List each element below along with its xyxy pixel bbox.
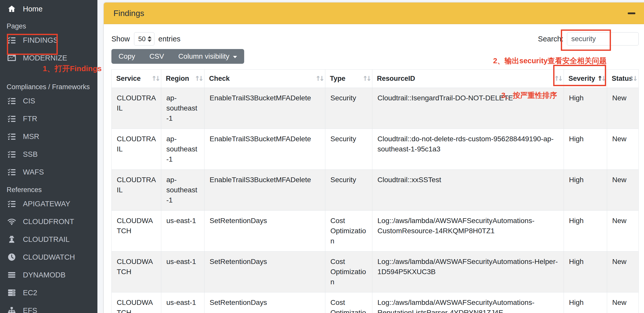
table-row: CLOUDWATCH us-east-1 SetRetentionDays Co… <box>112 252 639 292</box>
sidebar-item-cis[interactable]: CIS <box>4 95 94 107</box>
sort-icon: ↑↓ <box>195 75 202 82</box>
cell-severity: High <box>564 88 607 129</box>
cell-region: ap-southeast-1 <box>161 129 204 170</box>
sidebar-item-efs[interactable]: EFS <box>4 305 94 313</box>
cell-service: CLOUDTRAIL <box>112 129 161 170</box>
entries-label: entries <box>158 35 181 43</box>
sidebar-item-label: EFS <box>23 306 37 313</box>
sidebar-item-cloudtrail[interactable]: CLOUDTRAIL <box>4 233 94 245</box>
table-row: CLOUDTRAIL ap-southeast-1 EnableTrailS3B… <box>112 88 639 129</box>
sidebar-item-ssb[interactable]: SSB <box>4 148 94 160</box>
sort-icon: ↑↓ <box>151 75 159 82</box>
sidebar-item-label: CLOUDTRAIL <box>23 235 70 244</box>
cell-type: Security <box>325 170 372 211</box>
cell-type: Cost Optimization <box>325 252 372 292</box>
sidebar-item-home[interactable]: Home <box>4 3 94 15</box>
table-toolbar: Show 50 entries Search: <box>111 32 639 45</box>
tasks-icon <box>7 36 17 44</box>
sidebar-section-header-compliances: Compliances / Frameworks <box>4 81 94 93</box>
sidebar-item-msr[interactable]: MSR <box>4 131 94 142</box>
cell-resourceid: Log::/aws/lambda/AWSWAFSecurityAutomatio… <box>372 292 564 313</box>
tasks-icon <box>7 97 17 105</box>
cell-status: New <box>607 129 639 170</box>
cell-severity: High <box>564 170 607 211</box>
sidebar-item-label: MSR <box>23 132 39 141</box>
cell-region: us-east-1 <box>161 211 204 252</box>
findings-card-header: Findings <box>104 3 644 24</box>
findings-card: Findings Show 50 entries <box>104 3 644 313</box>
column-header-type[interactable]: Type ↑↓ <box>325 70 372 88</box>
tasks-icon <box>7 150 17 159</box>
page-title: Findings <box>113 9 144 18</box>
sidebar-item-modernize[interactable]: MODERNIZE <box>4 52 94 64</box>
sort-icon: ↑↓ <box>362 75 370 82</box>
csv-button-label: CSV <box>149 52 164 60</box>
cell-service: CLOUDWATCH <box>112 211 161 252</box>
sidebar-item-findings[interactable]: FINDINGS <box>4 34 94 46</box>
sidebar-item-label: APIGATEWAY <box>23 200 70 208</box>
column-header-resourceid[interactable]: ResourceID ↑↓ <box>372 70 564 88</box>
table-row: CLOUDWATCH us-east-1 SetRetentionDays Co… <box>112 211 639 252</box>
tasks-icon <box>7 114 17 123</box>
sidebar-item-wafs[interactable]: WAFS <box>4 166 94 178</box>
sidebar-item-label: FINDINGS <box>23 36 58 44</box>
sidebar-spacer <box>4 70 94 81</box>
sitemap-icon <box>7 306 17 313</box>
cell-service: CLOUDTRAIL <box>112 88 161 129</box>
column-header-check[interactable]: Check ↑↓ <box>204 70 325 88</box>
main-content: Findings Show 50 entries <box>97 0 644 313</box>
tasks-icon <box>7 132 17 141</box>
findings-card-body: Show 50 entries Search: <box>104 24 644 313</box>
server-icon <box>7 288 17 297</box>
tasks-icon <box>7 199 17 208</box>
sidebar-item-ftr[interactable]: FTR <box>4 113 94 124</box>
column-header-status[interactable]: Status ↑↓ <box>607 70 639 88</box>
show-label: Show <box>111 35 130 43</box>
sidebar-item-ec2[interactable]: EC2 <box>4 287 94 299</box>
table-row: CLOUDWATCH us-east-1 SetRetentionDays Co… <box>112 292 639 313</box>
sidebar-item-label: FTR <box>23 115 37 123</box>
cell-severity: High <box>564 129 607 170</box>
cell-type: Security <box>325 88 372 129</box>
column-visibility-label: Column visibility <box>178 52 229 60</box>
cell-severity: High <box>564 292 607 313</box>
copy-button-label: Copy <box>119 52 135 60</box>
copy-button[interactable]: Copy <box>111 49 142 64</box>
search-control: Search: <box>538 32 639 45</box>
sidebar-item-dynamodb[interactable]: DYNAMODB <box>4 269 94 281</box>
sidebar-item-cloudfront[interactable]: CLOUDFRONT <box>4 216 94 227</box>
collapse-button[interactable] <box>626 8 637 18</box>
sidebar-section-header-references: References <box>4 184 94 196</box>
cell-check: EnableTrailS3BucketMFADelete <box>204 88 325 129</box>
table-row: CLOUDTRAIL ap-southeast-1 EnableTrailS3B… <box>112 170 639 211</box>
sidebar: Home Pages FINDINGS <box>0 0 97 313</box>
sidebar-item-label: DYNAMODB <box>23 271 66 279</box>
cell-status: New <box>607 170 639 211</box>
table-header-row: Service ↑↓ Region ↑↓ Check ↑↓ <box>112 70 639 88</box>
cell-type: Security <box>325 129 372 170</box>
sidebar-item-label: EC2 <box>23 289 37 297</box>
sort-icon: ↑↓ <box>554 75 562 82</box>
csv-button[interactable]: CSV <box>142 49 171 64</box>
cell-check: SetRetentionDays <box>204 292 325 313</box>
page-length-select[interactable]: 50 <box>134 32 154 45</box>
cell-check: EnableTrailS3BucketMFADelete <box>204 170 325 211</box>
caret-down-icon <box>233 56 237 58</box>
cell-severity: High <box>564 252 607 292</box>
cell-region: ap-southeast-1 <box>161 88 204 129</box>
search-label: Search: <box>538 35 563 43</box>
cell-resourceid: Cloudtrail::xxSSTest <box>372 170 564 211</box>
sidebar-item-cloudwatch[interactable]: CLOUDWATCH <box>4 251 94 263</box>
cell-service: CLOUDWATCH <box>112 252 161 292</box>
column-header-region[interactable]: Region ↑↓ <box>161 70 204 88</box>
sidebar-item-label: SSB <box>23 150 38 159</box>
cell-type: Cost Optimization <box>325 211 372 252</box>
cell-resourceid: Log::/aws/lambda/AWSWAFSecurityAutomatio… <box>372 211 564 252</box>
tasks-icon <box>7 168 17 176</box>
search-input[interactable] <box>567 32 639 45</box>
column-header-severity[interactable]: Severity ↑↓ <box>564 70 607 88</box>
column-visibility-button[interactable]: Column visibility <box>171 49 244 64</box>
cell-resourceid: Log::/aws/lambda/AWSWAFSecurityAutomatio… <box>372 252 564 292</box>
column-header-service[interactable]: Service ↑↓ <box>112 70 161 88</box>
sidebar-item-apigateway[interactable]: APIGATEWAY <box>4 198 94 210</box>
